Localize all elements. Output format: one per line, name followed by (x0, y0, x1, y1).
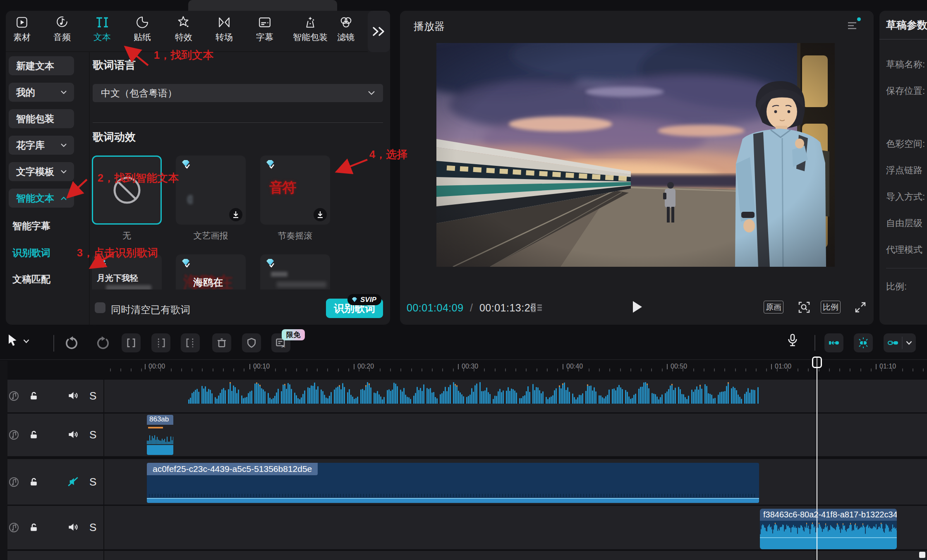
draft-field-import-mode: 导入方式: (886, 191, 925, 203)
ruler-label: 00:00 (145, 363, 165, 370)
tab-transition[interactable]: 转场 (208, 16, 241, 43)
lock-icon[interactable] (29, 477, 38, 487)
tab-smart-pack[interactable]: 智能包装 (285, 16, 335, 43)
chevron-down-icon (61, 91, 67, 94)
link-clips-button[interactable] (884, 333, 916, 352)
tab-text[interactable]: 文本 (86, 16, 119, 43)
trim-right-button[interactable] (181, 333, 200, 352)
track-lane[interactable] (104, 551, 927, 560)
draft-divider (886, 268, 927, 268)
draft-field-name: 草稿名称: (886, 58, 925, 71)
trim-left-button[interactable] (151, 333, 170, 352)
solo-button[interactable]: S (89, 521, 96, 534)
solo-button[interactable]: S (89, 428, 96, 441)
filter-icon (339, 16, 352, 29)
speaker-icon[interactable] (67, 429, 79, 440)
track-lane[interactable] (104, 414, 927, 456)
toolbar-separator (53, 335, 54, 352)
tab-sticker[interactable]: 贴纸 (126, 16, 159, 43)
tab-effects[interactable]: 特效 (167, 16, 200, 43)
lock-icon[interactable] (29, 430, 38, 440)
fullscreen-button[interactable] (854, 301, 867, 314)
solo-button[interactable]: S (89, 476, 96, 488)
audio-clip-ac0fef25[interactable]: ac0fef25-c23c-4439-a5c5-51356b812d5e (147, 463, 759, 503)
sidebar-item-recognize-lyrics[interactable]: 识别歌词 (12, 246, 50, 259)
timeline-corner-button[interactable] (919, 552, 925, 558)
card-preview-blur (106, 285, 151, 290)
annotation-1: 1，找到文本 (154, 48, 213, 62)
clear-lyrics-checkbox[interactable] (95, 302, 105, 313)
sidebar-item-text-template[interactable]: 文字模板 (9, 162, 74, 181)
lyrics-language-select[interactable]: 中文（包含粤语） (93, 84, 383, 102)
sidebar-item-fancy-fonts[interactable]: 花字库 (9, 136, 74, 155)
playhead-handle[interactable] (812, 357, 822, 368)
record-voiceover-button[interactable] (787, 333, 798, 347)
effect-card-seagull[interactable]: 海鸥在 海鸥在 (176, 254, 246, 290)
tab-media[interactable]: 素材 (5, 16, 38, 43)
audio-clip-f38463c6[interactable]: f38463c6-80a2-41f8-a817-b1322c347a (760, 509, 897, 549)
lock-icon[interactable] (29, 391, 38, 401)
ruler-label: 00:50 (667, 363, 687, 370)
timeline-left-gutter (0, 361, 7, 560)
notification-dot (857, 17, 861, 21)
tab-filter[interactable]: 滤镜 (329, 16, 362, 43)
effect-card-faint[interactable] (260, 254, 330, 290)
speaker-icon[interactable] (67, 522, 79, 532)
card-preview-text: 海鸥在 (193, 276, 223, 289)
track-layers-icon[interactable] (530, 303, 543, 313)
undo-button[interactable] (65, 336, 79, 350)
sidebar-item-label: 智能文本 (16, 192, 54, 205)
sidebar-item-smart-text[interactable]: 智能文本 (9, 189, 74, 208)
play-button[interactable] (632, 300, 643, 314)
sidebar-item-label: 我的 (16, 86, 35, 99)
limited-free-badge: 限免 (282, 329, 305, 340)
timeline-ruler[interactable] (103, 361, 927, 371)
speaker-muted-icon[interactable] (67, 476, 79, 487)
tab-label: 音频 (53, 31, 71, 43)
redo-button[interactable] (95, 336, 109, 350)
hamburger-menu-icon (847, 22, 857, 30)
split-clip-button[interactable] (122, 333, 141, 352)
download-icon[interactable] (314, 208, 327, 221)
ruler-label: 00:20 (354, 363, 374, 370)
video-preview[interactable] (436, 43, 835, 267)
sidebar-item-script-match[interactable]: 文稿匹配 (12, 273, 50, 286)
clear-lyrics-label: 同时清空已有歌词 (111, 303, 190, 316)
ruler-label: 01:10 (876, 363, 896, 370)
lock-icon[interactable] (29, 523, 38, 532)
tab-caption[interactable]: 字幕 (248, 16, 281, 43)
effect-card-label: 节奏摇滚 (260, 230, 330, 242)
time-display: 00:01:04:09 / 00:01:13:26 (407, 302, 537, 314)
select-tool-chevron[interactable] (23, 339, 29, 343)
window-tab[interactable] (188, 0, 337, 11)
effect-card-rhythm-rock[interactable]: 音符 (260, 156, 330, 225)
sidebar-item-smart-pack[interactable]: 智能包装 (9, 109, 74, 128)
mask-button[interactable] (242, 333, 261, 352)
snap-to-start-button[interactable] (824, 333, 843, 352)
original-quality-button[interactable]: 原画 (764, 301, 783, 314)
expand-tools-button[interactable] (368, 11, 390, 52)
effect-card-artistic-poster[interactable]: (| (176, 156, 246, 225)
track-type-audio-icon (8, 429, 19, 440)
draft-field-colorspace: 色彩空间: (886, 138, 925, 150)
player-menu-button[interactable] (847, 22, 857, 30)
clip-waveform (147, 425, 173, 455)
audio-clip-863ab[interactable]: 863ab (147, 415, 173, 455)
vip-diamond-icon (264, 159, 276, 170)
aspect-ratio-button[interactable]: 比例 (821, 301, 841, 314)
playhead-line[interactable] (817, 357, 817, 560)
delete-button[interactable] (212, 333, 231, 352)
solo-button[interactable]: S (89, 390, 96, 402)
sidebar-item-label: 花字库 (16, 139, 45, 152)
sidebar-item-smart-captions[interactable]: 智能字幕 (12, 220, 50, 232)
split-at-playhead-button[interactable] (854, 333, 873, 352)
zoom-preview-button[interactable] (798, 301, 811, 314)
tab-audio[interactable]: 音频 (46, 16, 79, 43)
download-icon[interactable] (229, 208, 242, 221)
select-tool[interactable] (7, 333, 19, 347)
beat-waveform-clip[interactable] (188, 381, 759, 404)
sidebar-item-mine[interactable]: 我的 (9, 83, 74, 102)
effect-card-none[interactable] (92, 156, 162, 225)
speaker-icon[interactable] (67, 390, 79, 401)
sidebar-item-new-text[interactable]: 新建文本 (9, 56, 74, 75)
